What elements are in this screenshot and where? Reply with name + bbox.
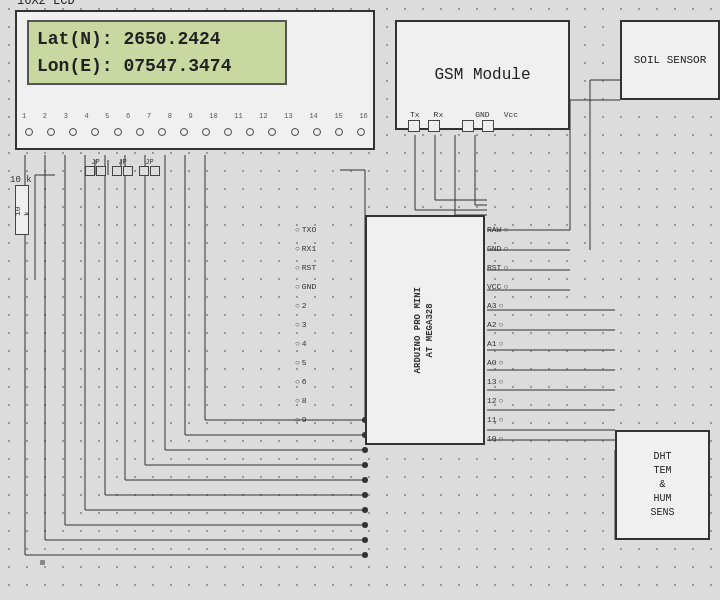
jp-boxes: JP JP JP	[85, 158, 160, 176]
pin-num-11: 11	[234, 112, 242, 120]
arduino-label: ARDUINO PRO MINIAT MEGA328	[413, 287, 436, 373]
pin-num-7: 7	[147, 112, 151, 120]
lcd-pin-dot	[25, 128, 33, 136]
gsm-pin-rx	[428, 120, 440, 132]
dht-sensor: DHTTEM&HUMSENS	[615, 430, 710, 540]
lcd-pin-dot	[268, 128, 276, 136]
lcd-pin-dot	[291, 128, 299, 136]
circuit-canvas: 16X2 LCD Lat(N): 2650.2424 Lon(E): 07547…	[0, 0, 720, 600]
lcd-pin-dot	[313, 128, 321, 136]
gsm-pin-boxes	[408, 120, 494, 132]
lcd-component: 16X2 LCD Lat(N): 2650.2424 Lon(E): 07547…	[15, 10, 375, 150]
pin-rx1: ○RX1	[295, 239, 316, 258]
lcd-line2: Lon(E): 07547.3474	[37, 53, 277, 80]
lcd-pin-dot	[47, 128, 55, 136]
svg-point-58	[362, 447, 368, 453]
pin-raw: RAW○	[487, 220, 508, 239]
gsm-label: GSM Module	[434, 66, 530, 84]
pin-12: 12○	[487, 391, 508, 410]
arduino-right-pins: RAW○ GND○ RST○ VCC○ A3○ A2○ A1○ A0○ 13○ …	[487, 220, 508, 448]
pin-a0: A0○	[487, 353, 508, 372]
pin-num-3: 3	[64, 112, 68, 120]
pin-5: ○5	[295, 353, 316, 372]
gsm-tx-label: Tx	[410, 110, 420, 119]
pin-num-15: 15	[334, 112, 342, 120]
pin-9: ○9	[295, 410, 316, 429]
pin-num-14: 14	[309, 112, 317, 120]
pin-10: 10○	[487, 429, 508, 448]
pin-2: ○2	[295, 296, 316, 315]
dht-sensor-label: DHTTEM&HUMSENS	[650, 450, 674, 520]
svg-point-51	[362, 552, 368, 558]
pin-rst-right: RST○	[487, 258, 508, 277]
pin-num-8: 8	[168, 112, 172, 120]
pin-num-4: 4	[84, 112, 88, 120]
gsm-rx-label: Rx	[434, 110, 444, 119]
gsm-pin-vcc	[482, 120, 494, 132]
lcd-title: 16X2 LCD	[17, 0, 75, 8]
lcd-pin-dot	[69, 128, 77, 136]
pin-gnd-left: ○GND	[295, 277, 316, 296]
pin-num-6: 6	[126, 112, 130, 120]
lcd-pin-dot	[91, 128, 99, 136]
pin-vcc-right: VCC○	[487, 277, 508, 296]
lcd-pin-dot	[114, 128, 122, 136]
pin-13: 13○	[487, 372, 508, 391]
lcd-pin-dot	[335, 128, 343, 136]
pin-num-10: 10	[209, 112, 217, 120]
pin-num-5: 5	[105, 112, 109, 120]
svg-point-54	[362, 507, 368, 513]
svg-point-55	[362, 492, 368, 498]
resistor-text: 10 k	[10, 175, 32, 185]
lcd-pin-dot	[202, 128, 210, 136]
pin-num-13: 13	[284, 112, 292, 120]
pin-num-1: 1	[22, 112, 26, 120]
dot8	[40, 560, 45, 565]
pin-num-2: 2	[43, 112, 47, 120]
lcd-pin-dot	[224, 128, 232, 136]
pin-a2: A2○	[487, 315, 508, 334]
gsm-vcc-label: Vcc	[504, 110, 518, 119]
arduino-component: ARDUINO PRO MINIAT MEGA328	[365, 215, 485, 445]
pin-3: ○3	[295, 315, 316, 334]
pin-a1: A1○	[487, 334, 508, 353]
pin-rst: ○RST	[295, 258, 316, 277]
lcd-pin-dot	[180, 128, 188, 136]
soil-sensor: SOIL SENSOR	[620, 20, 720, 100]
pin-gnd-right: GND○	[487, 239, 508, 258]
soil-sensor-label: SOIL SENSOR	[634, 54, 707, 66]
svg-point-53	[362, 522, 368, 528]
gsm-pin-gnd	[462, 120, 474, 132]
pin-txo: ○TXO	[295, 220, 316, 239]
svg-point-56	[362, 477, 368, 483]
svg-point-57	[362, 462, 368, 468]
svg-point-52	[362, 537, 368, 543]
lcd-line1: Lat(N): 2650.2424	[37, 26, 277, 53]
pin-num-9: 9	[189, 112, 193, 120]
pin-8: ○8	[295, 391, 316, 410]
lcd-pin-dot	[246, 128, 254, 136]
pin-4: ○4	[295, 334, 316, 353]
lcd-screen: Lat(N): 2650.2424 Lon(E): 07547.3474	[27, 20, 287, 85]
gsm-pin-labels: Tx Rx GND Vcc	[410, 110, 518, 119]
arduino-left-pins: ○TXO ○RX1 ○RST ○GND ○2 ○3 ○4 ○5 ○6 ○8 ○9	[295, 220, 316, 429]
pin-a3: A3○	[487, 296, 508, 315]
pin-11: 11○	[487, 410, 508, 429]
lcd-pin-dot	[158, 128, 166, 136]
resistor-label: 10 k	[13, 204, 31, 216]
gsm-pin-tx	[408, 120, 420, 132]
pin-num-16: 16	[359, 112, 367, 120]
pin-6: ○6	[295, 372, 316, 391]
pin-num-12: 12	[259, 112, 267, 120]
gsm-gnd-label: GND	[475, 110, 489, 119]
lcd-pin-dot	[136, 128, 144, 136]
resistor-component: 10 k	[15, 185, 29, 235]
lcd-pin-dot	[357, 128, 365, 136]
